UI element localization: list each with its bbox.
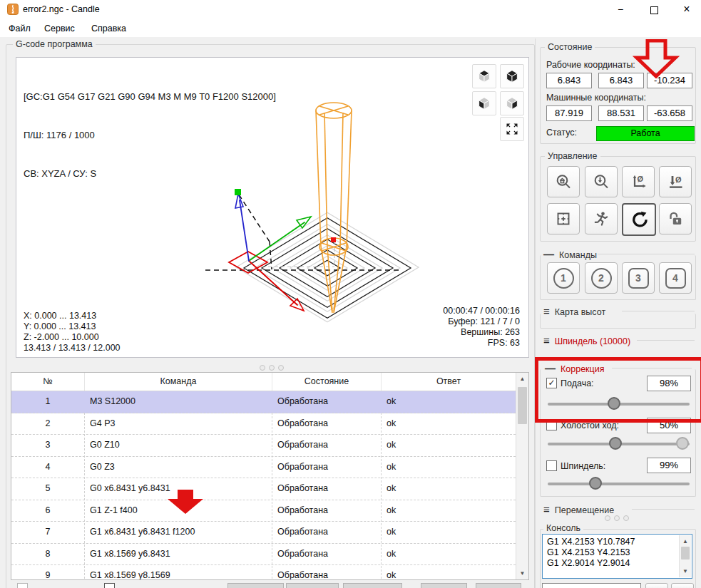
- console-scroll-thumb[interactable]: [681, 547, 690, 559]
- table-row[interactable]: 2G4 P3Обработанаok: [11, 413, 516, 435]
- bottom-button-1[interactable]: [227, 583, 284, 588]
- runner-icon: [593, 210, 610, 227]
- fit-view-button[interactable]: [500, 117, 524, 141]
- menu-file[interactable]: Файл: [4, 22, 35, 35]
- bottom-button-3[interactable]: [343, 583, 402, 588]
- app-icon: [7, 4, 19, 15]
- machine-y: 88.531: [598, 105, 644, 121]
- table-row[interactable]: 8G1 x8.1569 y6.8431Обработанаok: [11, 544, 516, 566]
- svg-text:Ø: Ø: [638, 175, 644, 183]
- scroll-down-icon: ▼: [680, 565, 691, 577]
- table-header: № Команда Состояние Ответ: [11, 373, 516, 391]
- right-splitter-handle[interactable]: [605, 515, 629, 521]
- bottom-checkbox-2[interactable]: [104, 583, 115, 588]
- status-badge: Работа: [596, 126, 695, 141]
- user-command-3-button[interactable]: 3: [622, 262, 655, 294]
- bottom-button-2[interactable]: [286, 583, 339, 588]
- view-front-button[interactable]: [472, 91, 496, 115]
- table-row[interactable]: 4G0 Z3Обработанаok: [11, 457, 516, 479]
- jog-header[interactable]: ≡Перемещение: [543, 503, 614, 515]
- safe-position-button[interactable]: [585, 203, 618, 234]
- reset-button[interactable]: [622, 203, 656, 236]
- table-row[interactable]: 6G1 Z-1 f400Обработанаok: [11, 500, 516, 522]
- tool-wireframe: [316, 103, 352, 313]
- rapid-slider-handle-secondary[interactable]: [676, 437, 689, 450]
- collapse-icon: —: [545, 362, 556, 374]
- table-row-selected[interactable]: 1M3 S12000Обработанаok: [11, 391, 516, 413]
- maximize-button[interactable]: [638, 0, 670, 19]
- user-command-4-button[interactable]: 4: [659, 262, 692, 294]
- spindle-value: 99%: [647, 458, 691, 473]
- view-isometric-button[interactable]: [500, 64, 524, 88]
- search-home-icon: [555, 173, 572, 190]
- spindle-section-header[interactable]: ≡Шпиндель (10000): [543, 334, 630, 346]
- search-probe-icon: [593, 173, 610, 190]
- zero-z-button[interactable]: Ø: [659, 166, 692, 197]
- console-scrollbar[interactable]: ▲ ▼: [679, 535, 691, 577]
- svg-text:Ø: Ø: [675, 175, 682, 184]
- annotation-arrow-z-coordinate: [631, 39, 685, 78]
- titlebar: error2.ngc - Candle − ×: [0, 0, 701, 19]
- table-row[interactable]: 3G0 Z10Обработанаok: [11, 435, 516, 457]
- col-number: №: [11, 373, 85, 391]
- menu-help[interactable]: Справка: [87, 22, 131, 35]
- user-command-2-button[interactable]: 2: [585, 262, 618, 294]
- heightmap-group: [540, 314, 696, 329]
- gcode-group-title: G-code программа: [13, 39, 96, 49]
- override-header[interactable]: —Коррекция: [545, 362, 604, 374]
- spindle-label: Шпиндель:: [561, 461, 605, 471]
- viewport-3d[interactable]: [GC:G1 G54 G17 G21 G90 G94 M3 M M9 T0 F1…: [16, 57, 529, 358]
- spindle-slider-handle[interactable]: [589, 477, 602, 490]
- gcode-state-overlay: [GC:G1 G54 G17 G21 G90 G94 M3 M M9 T0 F1…: [24, 65, 276, 206]
- console-clear-button[interactable]: [671, 583, 694, 588]
- bottom-button-4[interactable]: [421, 583, 467, 588]
- col-command: Команда: [85, 373, 272, 391]
- col-state: Состояние: [272, 373, 382, 391]
- table-row[interactable]: 5G0 x6.8431 y6.8431Обработанаok: [11, 478, 516, 500]
- gcode-command-table[interactable]: № Команда Состояние Ответ 1M3 S12000Обра…: [11, 372, 529, 580]
- view-side-button[interactable]: [500, 91, 524, 115]
- window-title: error2.ngc - Candle: [23, 4, 100, 14]
- bounds-stats: X: 0.000 ... 13.413 Y: 0.000 ... 13.413 …: [24, 311, 121, 354]
- console-line: G1 X4.2153 Y4.2153: [547, 547, 692, 558]
- one-icon: 1: [553, 268, 574, 289]
- zero-xy-button[interactable]: Ø: [622, 166, 655, 197]
- zero-z-icon: Ø: [667, 173, 684, 190]
- table-row[interactable]: 9G1 x8.1569 y8.1569Обработанаok: [11, 565, 516, 580]
- close-button[interactable]: ×: [671, 0, 701, 19]
- control-group-title: Управление: [545, 151, 600, 161]
- reset-icon: [630, 210, 648, 229]
- table-row[interactable]: 7G1 x6.8431 y6.8431 f1200Обработанаok: [11, 522, 516, 544]
- hamburger-icon: ≡: [543, 503, 550, 515]
- rapid-slider-handle[interactable]: [609, 437, 622, 450]
- render-stats: 00:00:47 / 00:00:16 Буфер: 121 / 7 / 0 В…: [443, 306, 520, 349]
- home-button[interactable]: [547, 166, 580, 197]
- menu-service[interactable]: Сервис: [40, 22, 79, 35]
- two-icon: 2: [591, 268, 612, 289]
- hamburger-icon: ≡: [543, 334, 550, 346]
- splitter-handle[interactable]: [260, 365, 284, 371]
- console-group-title: Консоль: [543, 523, 583, 533]
- machine-x: 87.919: [546, 105, 592, 121]
- unlock-button[interactable]: [659, 203, 692, 234]
- maximize-icon: [650, 6, 658, 14]
- scroll-down-icon: ▼: [516, 567, 528, 579]
- console-send-button[interactable]: [645, 583, 668, 588]
- console-line: G1 X2.9014 Y2.9014: [547, 558, 692, 569]
- console-output[interactable]: G1 X4.2153 Y10.7847 G1 X4.2153 Y4.2153 G…: [542, 534, 692, 579]
- minimize-button[interactable]: −: [605, 0, 636, 19]
- user-command-1-button[interactable]: 1: [547, 262, 580, 294]
- bottom-button-5[interactable]: [476, 583, 521, 588]
- view-top-button[interactable]: [472, 64, 496, 88]
- bottom-checkbox-1[interactable]: [17, 583, 28, 588]
- restore-origin-button[interactable]: [547, 203, 580, 234]
- panel-divider: [535, 38, 536, 588]
- table-scroll-thumb[interactable]: [518, 387, 527, 424]
- spindle-checkbox[interactable]: [546, 460, 557, 471]
- work-coords-label: Рабочие координаты:: [546, 60, 635, 70]
- table-scrollbar[interactable]: ▲ ▼: [516, 373, 528, 579]
- z-probe-button[interactable]: [585, 166, 618, 197]
- console-input[interactable]: [542, 583, 641, 588]
- col-response: Ответ: [382, 373, 516, 391]
- machine-coords-label: Машинные координаты:: [546, 93, 646, 103]
